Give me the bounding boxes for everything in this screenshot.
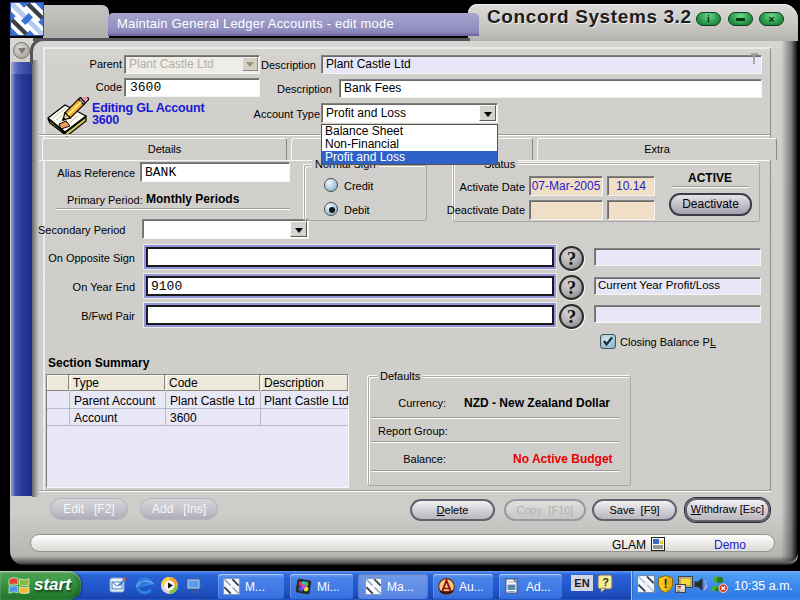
svg-text:?: ? (567, 306, 577, 327)
svg-text:!: ! (664, 577, 668, 591)
svg-text:?: ? (567, 277, 577, 298)
svg-text:?: ? (602, 576, 609, 588)
svg-text:?: ? (567, 248, 577, 269)
